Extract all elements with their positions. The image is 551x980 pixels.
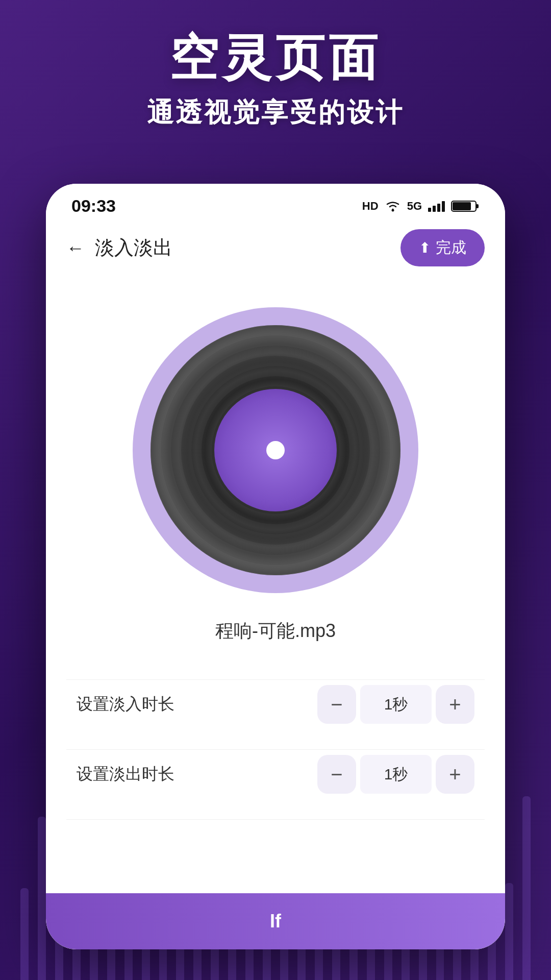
status-time: 09:33 xyxy=(71,196,116,216)
vinyl-outer-ring xyxy=(133,307,418,593)
vinyl-center xyxy=(214,389,337,511)
signal-icon xyxy=(428,201,445,212)
bottom-button[interactable]: If xyxy=(46,893,505,949)
fade-in-label: 设置淡入时长 xyxy=(77,693,317,716)
fade-in-plus-button[interactable]: + xyxy=(436,685,474,724)
nav-left: ← 淡入淡出 xyxy=(66,235,172,261)
nav-bar: ← 淡入淡出 ⬆ 完成 xyxy=(46,221,505,277)
fade-in-stepper: − 1秒 + xyxy=(317,685,474,724)
song-title: 程响-可能.mp3 xyxy=(215,619,336,644)
phone-mockup: 09:33 HD 5G xyxy=(46,184,505,949)
divider-1 xyxy=(66,679,485,680)
sub-title: 通透视觉享受的设计 xyxy=(0,95,551,131)
top-header: 空灵页面 通透视觉享受的设计 xyxy=(0,31,551,131)
fade-in-row: 设置淡入时长 − 1秒 + xyxy=(66,685,485,724)
battery-icon xyxy=(451,200,480,213)
nav-title: 淡入淡出 xyxy=(95,235,172,261)
5g-icon: 5G xyxy=(407,200,422,213)
done-button[interactable]: ⬆ 完成 xyxy=(400,229,485,266)
fade-out-row: 设置淡出时长 − 1秒 + xyxy=(66,755,485,794)
fade-out-value: 1秒 xyxy=(360,755,432,794)
svg-rect-3 xyxy=(453,202,471,210)
vinyl-container xyxy=(133,307,418,593)
svg-rect-2 xyxy=(476,204,479,208)
divider-3 xyxy=(66,819,485,820)
fade-in-minus-button[interactable]: − xyxy=(317,685,356,724)
vinyl-record xyxy=(151,325,400,575)
content-area: 程响-可能.mp3 设置淡入时长 − 1秒 + 设置淡出时长 − 1秒 + xyxy=(46,277,505,835)
status-bar: 09:33 HD 5G xyxy=(46,184,505,221)
vinyl-hole xyxy=(266,441,285,459)
divider-2 xyxy=(66,749,485,750)
hd-icon: HD xyxy=(362,200,379,213)
fade-in-value: 1秒 xyxy=(360,685,432,724)
fade-out-label: 设置淡出时长 xyxy=(77,763,317,786)
wifi-icon xyxy=(385,200,401,212)
status-icons: HD 5G xyxy=(362,200,480,213)
fade-out-minus-button[interactable]: − xyxy=(317,755,356,794)
fade-out-plus-button[interactable]: + xyxy=(436,755,474,794)
upload-icon: ⬆ xyxy=(419,239,431,256)
fade-out-stepper: − 1秒 + xyxy=(317,755,474,794)
main-title: 空灵页面 xyxy=(0,31,551,85)
bottom-button-label: If xyxy=(270,911,281,932)
done-label: 完成 xyxy=(436,237,466,258)
svg-point-0 xyxy=(391,209,394,211)
back-button[interactable]: ← xyxy=(66,237,85,259)
